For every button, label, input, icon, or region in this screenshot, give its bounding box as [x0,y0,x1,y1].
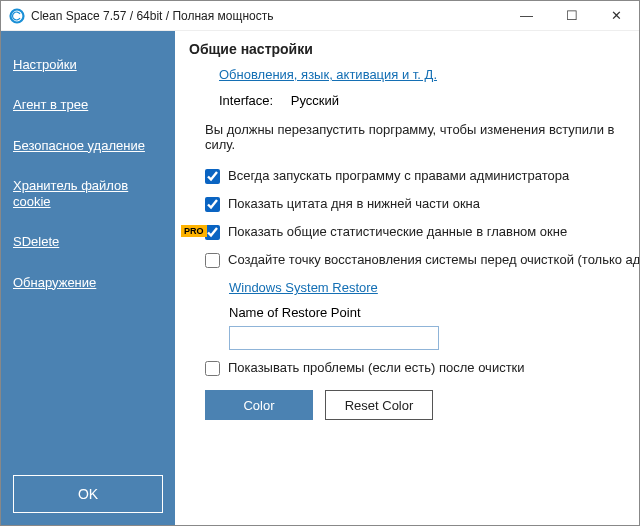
updates-link[interactable]: Обновления, язык, активация и т. Д. [219,67,437,82]
restart-note: Вы должны перезапустить порграмму, чтобы… [205,122,625,152]
opt-problems-label: Показывать проблемы (если есть) после оч… [228,360,525,375]
sidebar-item-cookie-keeper[interactable]: Хранитель файлов cookie [1,166,175,223]
restore-name-label: Name of Restore Point [229,305,625,320]
checkbox-problems[interactable] [205,361,220,376]
minimize-button[interactable]: — [504,1,549,31]
main-panel: Общие настройки Обновления, язык, актива… [175,31,639,525]
checkbox-admin[interactable] [205,169,220,184]
titlebar: Clean Space 7.57 / 64bit / Полная мощнос… [1,1,639,31]
opt-problems[interactable]: Показывать проблемы (если есть) после оч… [189,360,625,376]
opt-quote[interactable]: Показать цитата дня в нижней части окна [189,196,625,212]
opt-restore-label: Создайте точку восстановления системы пе… [228,252,639,267]
close-icon: ✕ [611,8,622,23]
close-button[interactable]: ✕ [594,1,639,31]
opt-admin[interactable]: Всегда запускать программу с правами адм… [189,168,625,184]
sidebar-item-settings[interactable]: Настройки [1,45,175,85]
app-icon [9,8,25,24]
sidebar-item-agent[interactable]: Агент в трее [1,85,175,125]
sidebar-item-detection[interactable]: Обнаружение [1,263,175,303]
checkbox-quote[interactable] [205,197,220,212]
window-title: Clean Space 7.57 / 64bit / Полная мощнос… [31,9,504,23]
interface-label: Interface: [219,93,273,108]
sidebar-item-secure-delete[interactable]: Безопасное удаление [1,126,175,166]
opt-admin-label: Всегда запускать программу с правами адм… [228,168,569,183]
interface-value: Русский [291,93,339,108]
opt-restore[interactable]: Создайте точку восстановления системы пе… [189,252,625,268]
sidebar: Настройки Агент в трее Безопасное удален… [1,31,175,525]
page-heading: Общие настройки [189,41,625,57]
opt-quote-label: Показать цитата дня в нижней части окна [228,196,480,211]
checkbox-restore[interactable] [205,253,220,268]
wsr-link[interactable]: Windows System Restore [229,280,378,295]
reset-color-button[interactable]: Reset Color [325,390,433,420]
ok-button[interactable]: OK [13,475,163,513]
minimize-icon: — [520,8,533,23]
maximize-icon: ☐ [566,8,578,23]
sidebar-item-sdelete[interactable]: SDelete [1,222,175,262]
checkbox-stats[interactable] [205,225,220,240]
maximize-button[interactable]: ☐ [549,1,594,31]
color-button[interactable]: Color [205,390,313,420]
opt-stats-label: Показать общие статистические данные в г… [228,224,567,239]
restore-name-input[interactable] [229,326,439,350]
opt-stats[interactable]: PRO Показать общие статистические данные… [189,224,625,240]
pro-badge: PRO [181,225,207,237]
